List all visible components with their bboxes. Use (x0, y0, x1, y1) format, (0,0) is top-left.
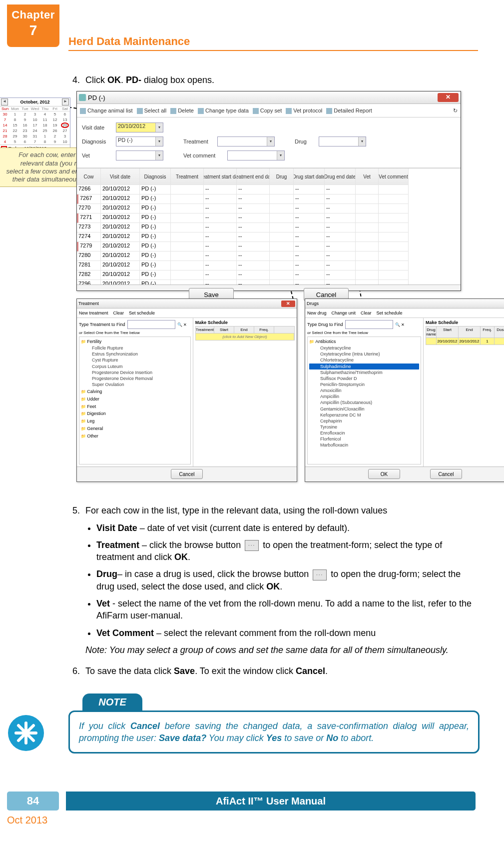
tree-folder[interactable]: Other (81, 433, 189, 440)
calendar-day[interactable]: 16 (20, 122, 30, 128)
calendar-day[interactable]: 12 (50, 117, 60, 122)
drug-field[interactable] (319, 136, 366, 146)
calendar-day[interactable]: 22 (10, 128, 20, 134)
tree-folder[interactable]: General (81, 426, 189, 432)
tree-leaf[interactable]: Corpus Luteum (81, 364, 189, 370)
toolbar-item[interactable]: Clear (361, 310, 372, 316)
calendar-day[interactable]: 2 (50, 134, 60, 139)
tree-leaf[interactable]: Estrus Synchronization (81, 351, 189, 357)
calendar-day[interactable]: 8 (40, 139, 50, 144)
tree-leaf[interactable]: Progesterone Device Removal (81, 376, 189, 382)
tree-leaf[interactable]: Tyrosine (309, 424, 419, 430)
tree-folder[interactable]: Calving (81, 388, 189, 395)
toolbar-item[interactable]: New treatment (79, 310, 108, 316)
sched-cell[interactable]: 20/10/2012 (437, 338, 459, 344)
calendar-day[interactable]: 7 (30, 139, 40, 144)
tree-leaf[interactable]: Oxytetracycline (309, 345, 419, 351)
calendar-day[interactable]: 4 (40, 112, 50, 117)
calendar-day[interactable]: 24 (30, 128, 40, 134)
table-row[interactable]: 727320/10/2012PD (-)-------- (77, 223, 461, 232)
table-row[interactable]: 728220/10/2012PD (-)-------- (77, 270, 461, 280)
sched-cell[interactable]: 20/10/2012 (459, 338, 481, 344)
table-row[interactable]: 728020/10/2012PD (-)-------- (77, 252, 461, 261)
calendar-day[interactable]: 6 (60, 112, 70, 117)
calendar-day[interactable]: 3 (30, 112, 40, 117)
sched-cell[interactable] (426, 338, 437, 344)
calendar-prev-icon[interactable]: ◄ (1, 98, 8, 106)
calendar-day[interactable]: 31 (30, 134, 40, 139)
tree-leaf[interactable]: Sulphamethazine/Trimethoprim (309, 370, 419, 376)
table-row[interactable]: 726620/10/2012PD (-)-------- (77, 185, 461, 194)
tree-leaf[interactable]: Progesterone Device Insertion (81, 370, 189, 376)
column-header[interactable]: Drug end date (325, 168, 356, 185)
table-row[interactable]: 728120/10/2012PD (-)-------- (77, 261, 461, 270)
close-icon[interactable]: ✕ (438, 93, 459, 102)
column-header[interactable]: Cow (77, 168, 101, 185)
calendar-day[interactable]: 14 (0, 122, 10, 128)
close-icon[interactable]: ✕ (281, 300, 295, 307)
calendar-day[interactable]: 19 (50, 122, 60, 128)
browse-icon[interactable]: ··· (245, 540, 259, 551)
column-header[interactable]: Vet (356, 168, 379, 185)
tree-leaf[interactable]: Super Ovulation (81, 382, 189, 388)
toolbar-item[interactable]: Clear (113, 310, 124, 316)
treat-sched-hint[interactable]: (click to Add New Object) (196, 334, 294, 340)
vet-field[interactable] (116, 150, 163, 160)
toolbar-item[interactable]: Copy set (253, 108, 282, 114)
calendar-day[interactable]: 18 (40, 122, 50, 128)
calendar-day[interactable]: 29 (10, 134, 20, 139)
calendar-day[interactable]: 13 (60, 117, 70, 122)
tree-leaf[interactable]: Cephapirin (309, 418, 419, 424)
calendar-day[interactable]: 11 (40, 117, 50, 122)
tree-leaf[interactable]: Ampicillin (Subcutaneous) (309, 400, 419, 406)
refresh-icon[interactable]: ↻ (453, 108, 458, 114)
calendar-day[interactable]: 15 (10, 122, 20, 128)
calendar-day[interactable]: 17 (30, 122, 40, 128)
toolbar-item[interactable]: Delete (170, 108, 194, 114)
calendar-day[interactable]: 1 (10, 112, 20, 117)
table-row[interactable]: 727120/10/2012PD (-)-------- (77, 214, 461, 223)
drug-ok-button[interactable]: OK (368, 469, 400, 479)
drug-cancel-button[interactable]: Cancel (430, 469, 462, 479)
tree-folder[interactable]: Leg (81, 418, 189, 424)
tree-leaf[interactable]: Enrofloxacin (309, 430, 419, 436)
tree-leaf[interactable]: Kefoperazone DC M (309, 412, 419, 418)
tree-leaf[interactable]: Chlortetracycline (309, 357, 419, 363)
calendar-day[interactable]: 9 (20, 117, 30, 122)
treat-cancel-button[interactable]: Cancel (171, 469, 203, 479)
table-row[interactable]: 727020/10/2012PD (-)-------- (77, 204, 461, 214)
calendar-day[interactable]: 3 (60, 134, 70, 139)
sched-cell[interactable] (495, 338, 504, 344)
table-row[interactable]: 726720/10/2012PD (-)-------- (77, 194, 461, 204)
vet-comment-field[interactable] (227, 150, 285, 160)
table-row[interactable]: 727420/10/2012PD (-)-------- (77, 232, 461, 242)
calendar-day[interactable]: 9 (50, 139, 60, 144)
column-header[interactable]: Diagnosis (140, 168, 171, 185)
calendar-day[interactable]: 5 (50, 112, 60, 117)
tree-folder[interactable]: Udder (81, 396, 189, 402)
drug-search-input[interactable] (345, 320, 393, 329)
tree-leaf[interactable]: Follicle Rupture (81, 345, 189, 351)
calendar-day[interactable]: 2 (20, 112, 30, 117)
tree-leaf[interactable]: Florfenicol (309, 436, 419, 442)
toolbar-item[interactable]: Set schedule (377, 310, 403, 316)
calendar-day[interactable]: 28 (0, 134, 10, 139)
column-header[interactable]: Drug (270, 168, 294, 185)
calendar-day[interactable]: 6 (20, 139, 30, 144)
toolbar-item[interactable]: Vet protocol (286, 108, 322, 114)
table-row[interactable]: 729620/10/2012PD (-)-------- (77, 280, 461, 284)
tree-leaf[interactable]: Sulfisox Powder D (309, 376, 419, 382)
tree-leaf[interactable]: Gentamicin/Cloxacillin (309, 406, 419, 412)
column-header[interactable]: Treatment start date (204, 168, 237, 185)
tree-leaf[interactable]: Ampicillin (309, 394, 419, 400)
calendar-day[interactable]: 20 (60, 122, 70, 128)
toolbar-item[interactable]: Set schedule (129, 310, 155, 316)
toolbar-item[interactable]: Change type data (198, 108, 249, 114)
toolbar-item[interactable]: Detailed Report (326, 108, 372, 114)
tree-leaf[interactable]: Penicllin-Streptomycin (309, 382, 419, 388)
calendar-day[interactable]: 8 (10, 117, 20, 122)
toolbar-item[interactable]: New drug (307, 310, 327, 316)
column-header[interactable]: Treatment (171, 168, 204, 185)
toolbar-item[interactable]: Change unit (332, 310, 356, 316)
calendar-day[interactable]: 30 (20, 134, 30, 139)
